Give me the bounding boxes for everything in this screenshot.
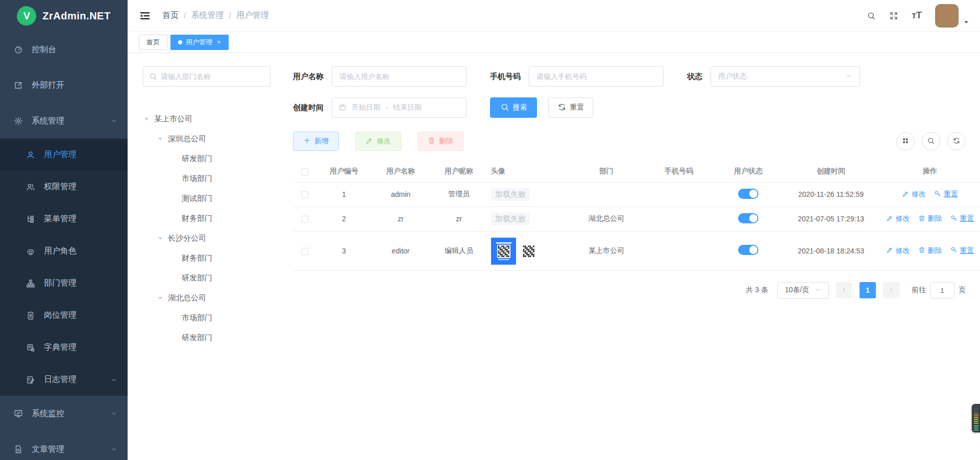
tree-node[interactable]: 某上市公司	[143, 109, 271, 129]
row-edit-link[interactable]: 修改	[902, 190, 926, 199]
table-row: 1 admin 管理员 加载失败 2020-11-26 11:52:59 修改 …	[293, 182, 980, 207]
sidebar-item-user-mgmt[interactable]: 用户管理	[0, 139, 128, 171]
sidebar-collapse-icon[interactable]	[139, 10, 151, 22]
column-toggle-button[interactable]	[896, 132, 915, 150]
tab-current[interactable]: 用户管理×	[170, 35, 229, 50]
sidebar-item-post-mgmt[interactable]: 岗位管理	[0, 299, 128, 331]
row-edit-link[interactable]: 修改	[886, 214, 910, 223]
sidebar-item-dashboard[interactable]: 控制台	[0, 32, 128, 67]
search-icon[interactable]	[867, 11, 876, 20]
chevron-left-icon	[841, 286, 848, 295]
sidebar-item-perm-mgmt[interactable]: 权限管理	[0, 171, 128, 203]
tree-node[interactable]: 研发部门	[143, 268, 271, 288]
column-header: 手机号码	[644, 161, 714, 182]
status-toggle[interactable]	[738, 213, 758, 223]
tree-node[interactable]: 财务部门	[143, 248, 271, 268]
trash-icon	[428, 137, 435, 146]
prev-page-button[interactable]	[836, 282, 852, 298]
status-toggle[interactable]	[738, 245, 758, 255]
phone-input[interactable]	[529, 66, 664, 87]
row-reset-link[interactable]: 重置	[950, 246, 974, 255]
edit-button[interactable]: 修改	[355, 132, 401, 151]
row-reset-link[interactable]: 重置	[950, 214, 974, 223]
row-checkbox[interactable]	[301, 248, 308, 255]
status-select[interactable]: 用户状态	[710, 66, 860, 87]
phone-label: 手机号码	[490, 72, 521, 82]
created-label: 创建时间	[293, 103, 324, 113]
chevron-down-icon	[110, 376, 117, 384]
sidebar-item-label: 岗位管理	[44, 310, 77, 321]
tree-node[interactable]: 市场部门	[143, 169, 271, 189]
next-page-button[interactable]	[883, 282, 899, 298]
log-icon	[26, 375, 36, 385]
fullscreen-icon[interactable]	[889, 11, 898, 20]
dept-search	[143, 66, 271, 87]
row-delete-label: 删除	[928, 246, 942, 255]
row-edit-link[interactable]: 修改	[886, 246, 910, 255]
date-range-picker[interactable]: 开始日期 - 结束日期	[332, 97, 467, 118]
sidebar-item-system[interactable]: 系统管理	[0, 103, 128, 139]
goto-page-input[interactable]	[930, 282, 954, 298]
tree-node[interactable]: 财务部门	[143, 209, 271, 228]
page-size-select[interactable]: 10条/页	[777, 282, 829, 299]
close-icon[interactable]: ×	[217, 38, 221, 46]
user-avatar[interactable]	[935, 4, 959, 28]
row-delete-link[interactable]: 删除	[918, 246, 942, 255]
delete-button[interactable]: 删除	[418, 132, 463, 151]
sidebar-item-article[interactable]: 文章管理	[0, 431, 128, 460]
app-root: V ZrAdmin.NET 控制台 外部打开 系统管理 用户管理 权限管理 菜单…	[0, 0, 980, 460]
tree-node[interactable]: 深圳总公司	[143, 129, 271, 149]
edit-icon	[886, 215, 893, 223]
tree-node[interactable]: 长沙分公司	[143, 228, 271, 248]
robot-icon	[26, 247, 36, 256]
column-header: 部门	[569, 161, 644, 182]
status-toggle[interactable]	[738, 189, 758, 199]
trash-icon	[918, 246, 925, 255]
page-number-1[interactable]: 1	[860, 282, 876, 298]
add-button[interactable]: 新增	[293, 132, 339, 151]
sidebar-item-external[interactable]: 外部打开	[0, 67, 128, 103]
app-logo[interactable]: V ZrAdmin.NET	[0, 0, 128, 32]
sidebar-item-dept-mgmt[interactable]: 部门管理	[0, 267, 128, 299]
active-tab-dot	[178, 40, 182, 44]
sidebar-item-label: 菜单管理	[44, 214, 77, 224]
cell-status	[714, 231, 783, 270]
sidebar-item-monitor[interactable]: 系统监控	[0, 396, 128, 431]
user-table: 用户编号用户名称用户昵称头像部门手机号码用户状态创建时间操作 1 admin 管…	[293, 161, 980, 271]
select-all-checkbox[interactable]	[301, 168, 308, 175]
username-input[interactable]	[332, 66, 467, 87]
tree-node[interactable]: 测试部门	[143, 189, 271, 209]
sidebar-item-log-mgmt[interactable]: 日志管理	[0, 364, 128, 396]
tree-node[interactable]: 研发部门	[143, 149, 271, 169]
cell-status	[714, 182, 783, 207]
row-delete-link[interactable]: 删除	[918, 214, 942, 223]
dept-tree: 某上市公司 深圳总公司 研发部门 市场部门 测试部门 财务部门 长沙分公司 财务…	[143, 109, 271, 348]
row-checkbox[interactable]	[301, 191, 308, 198]
avatar-caret-down-icon[interactable]	[964, 18, 969, 27]
row-reset-link[interactable]: 重置	[934, 190, 958, 199]
sidebar-item-user-role[interactable]: 用户角色	[0, 235, 128, 267]
sidebar-item-label: 系统管理	[32, 116, 64, 126]
row-checkbox-cell	[293, 207, 316, 231]
sidebar-item-dict-mgmt[interactable]: 字典管理	[0, 331, 128, 364]
row-checkbox[interactable]	[301, 216, 308, 223]
tree-node-label: 深圳总公司	[168, 134, 206, 144]
show-search-button[interactable]	[922, 132, 940, 150]
sidebar-item-menu-mgmt[interactable]: 菜单管理	[0, 203, 128, 235]
tab-home[interactable]: 首页	[139, 35, 167, 50]
table-body: 1 admin 管理员 加载失败 2020-11-26 11:52:59 修改 …	[293, 182, 980, 270]
row-checkbox-cell	[293, 231, 316, 270]
sidebar-nav: 控制台 外部打开 系统管理 用户管理 权限管理 菜单管理 用户角色 部门管理 岗…	[0, 32, 128, 460]
refresh-table-button[interactable]	[947, 132, 966, 150]
search-button[interactable]: 搜索	[490, 97, 537, 118]
tree-node[interactable]: 市场部门	[143, 308, 271, 328]
reset-button[interactable]: 重置	[548, 97, 593, 118]
tree-node[interactable]: 湖北总公司	[143, 288, 271, 308]
main-area: 首页 / 系统管理 / 用户管理 тT 首页用户管理×	[128, 0, 980, 460]
breadcrumb-home[interactable]: 首页	[162, 10, 179, 21]
dept-search-input[interactable]	[143, 66, 271, 87]
tree-node[interactable]: 研发部门	[143, 328, 271, 348]
tab-label: 用户管理	[186, 38, 212, 47]
column-header: 用户昵称	[430, 161, 488, 182]
font-size-icon[interactable]: тT	[912, 10, 922, 21]
